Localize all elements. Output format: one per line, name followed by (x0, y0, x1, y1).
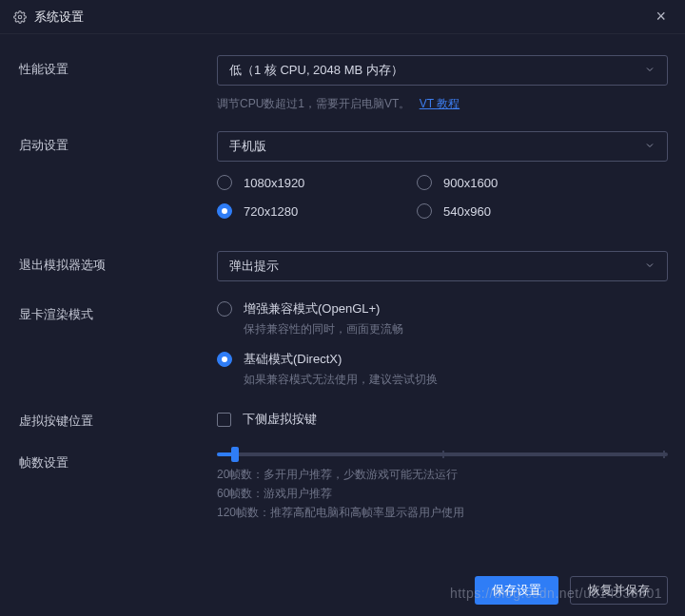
checkbox-icon (217, 413, 231, 427)
render-option-directx[interactable]: 基础模式(DirectX) (217, 351, 668, 368)
fps-hint-20: 20帧数：多开用户推荐，少数游戏可能无法运行 (217, 466, 668, 483)
slider-tick (663, 451, 665, 458)
exit-select-value: 弹出提示 (229, 258, 279, 275)
radio-icon (217, 352, 232, 367)
performance-hint: 调节CPU数超过1，需要开启电脑VT。 VT 教程 (217, 95, 668, 112)
radio-label: 增强兼容模式(OpenGL+) (244, 300, 380, 318)
radio-label: 基础模式(DirectX) (244, 351, 342, 368)
radio-label: 540x960 (443, 204, 491, 219)
radio-icon (417, 203, 432, 219)
close-button[interactable]: × (650, 3, 672, 30)
row-boot: 启动设置 手机版 1080x1920 900x1600 7 (19, 131, 668, 232)
boot-label: 启动设置 (19, 131, 217, 154)
svg-point-0 (18, 15, 22, 19)
window-titlebar: 系统设置 × (0, 0, 685, 34)
radio-icon (217, 301, 232, 317)
exit-select[interactable]: 弹出提示 (217, 251, 668, 281)
resolution-option-720x1280[interactable]: 720x1280 (217, 203, 417, 219)
fps-label: 帧数设置 (19, 449, 217, 472)
render-opengl-hint: 保持兼容性的同时，画面更流畅 (244, 321, 668, 337)
fps-slider[interactable] (217, 452, 668, 456)
performance-label: 性能设置 (19, 55, 217, 78)
radio-icon (217, 203, 232, 219)
row-exit: 退出模拟器选项 弹出提示 (19, 251, 668, 281)
render-label: 显卡渲染模式 (19, 300, 217, 323)
resolution-radio-group: 1080x1920 900x1600 720x1280 540x960 (217, 175, 668, 232)
virtualkeys-checkbox[interactable]: 下侧虚拟按键 (217, 407, 668, 428)
checkbox-label: 下侧虚拟按键 (243, 411, 317, 428)
row-virtualkeys: 虚拟按键位置 下侧虚拟按键 (19, 407, 668, 430)
radio-icon (217, 175, 232, 190)
footer: 保存设置 恢复并保存 (0, 565, 685, 616)
slider-tick (442, 451, 444, 458)
slider-thumb[interactable] (231, 447, 239, 462)
vt-tutorial-link[interactable]: VT 教程 (420, 97, 460, 110)
save-button[interactable]: 保存设置 (475, 576, 558, 605)
render-directx-hint: 如果兼容模式无法使用，建议尝试切换 (244, 372, 668, 388)
chevron-down-icon (644, 140, 656, 154)
resolution-option-540x960[interactable]: 540x960 (417, 203, 616, 219)
boot-select-value: 手机版 (229, 138, 266, 155)
restore-button[interactable]: 恢复并保存 (570, 576, 668, 605)
row-render: 显卡渲染模式 增强兼容模式(OpenGL+) 保持兼容性的同时，画面更流畅 基础… (19, 300, 668, 388)
radio-label: 900x1600 (443, 176, 498, 190)
gear-icon (13, 10, 27, 24)
window-title: 系统设置 (34, 9, 84, 26)
row-fps: 帧数设置 20帧数：多开用户推荐，少数游戏可能无法运行 60帧数：游戏用户推荐 … (19, 449, 668, 521)
chevron-down-icon (644, 64, 656, 78)
settings-content: 性能设置 低（1 核 CPU, 2048 MB 内存） 调节CPU数超过1，需要… (0, 34, 685, 565)
performance-select-value: 低（1 核 CPU, 2048 MB 内存） (229, 62, 403, 79)
resolution-option-900x1600[interactable]: 900x1600 (417, 175, 616, 190)
fps-hint-60: 60帧数：游戏用户推荐 (217, 485, 668, 502)
chevron-down-icon (644, 260, 656, 274)
performance-select[interactable]: 低（1 核 CPU, 2048 MB 内存） (217, 55, 668, 86)
exit-label: 退出模拟器选项 (19, 251, 217, 274)
radio-icon (417, 175, 432, 190)
resolution-option-1080x1920[interactable]: 1080x1920 (217, 175, 417, 190)
radio-label: 1080x1920 (244, 176, 304, 190)
radio-label: 720x1280 (244, 204, 298, 219)
boot-select[interactable]: 手机版 (217, 131, 668, 162)
row-performance: 性能设置 低（1 核 CPU, 2048 MB 内存） 调节CPU数超过1，需要… (19, 55, 668, 112)
virtualkeys-label: 虚拟按键位置 (19, 407, 217, 430)
fps-hint-120: 120帧数：推荐高配电脑和高帧率显示器用户使用 (217, 504, 668, 521)
render-option-opengl[interactable]: 增强兼容模式(OpenGL+) (217, 300, 668, 318)
